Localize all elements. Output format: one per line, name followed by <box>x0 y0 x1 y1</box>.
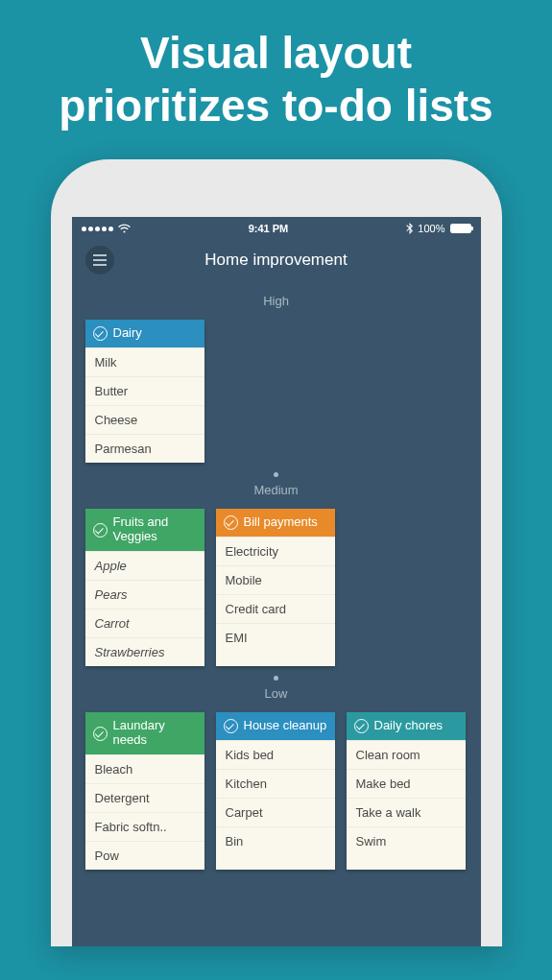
section-row-medium: Fruits and Veggies Apple Pears Carrot St… <box>85 509 468 666</box>
card-daily-chores[interactable]: Daily chores Clean room Make bed Take a … <box>347 712 466 870</box>
section-divider-dot <box>274 472 278 477</box>
list-item[interactable]: Detergent <box>85 783 204 812</box>
phone-screen: 9:41 PM 100% Home improvement High Dairy <box>72 217 481 946</box>
battery-percent: 100% <box>418 223 444 234</box>
card-header-fruits: Fruits and Veggies <box>85 509 204 551</box>
card-header-chores: Daily chores <box>347 712 466 740</box>
list-item[interactable]: Credit card <box>216 594 335 623</box>
status-bar: 9:41 PM 100% <box>72 217 481 238</box>
list-item[interactable]: Strawberries <box>85 637 204 666</box>
check-icon <box>354 719 369 733</box>
list-item[interactable]: Bleach <box>85 754 204 783</box>
list-item[interactable]: Pears <box>85 580 204 609</box>
list-item[interactable]: Swim <box>347 826 466 855</box>
card-title: House cleanup <box>244 719 327 733</box>
check-icon <box>224 719 238 733</box>
promo-heading: Visual layout prioritizes to-do lists <box>0 0 552 152</box>
list-item[interactable]: Carpet <box>216 798 335 826</box>
promo-line-2: prioritizes to-do lists <box>10 80 542 132</box>
nav-bar: Home improvement <box>72 238 481 288</box>
status-right: 100% <box>406 223 470 234</box>
card-title: Fruits and Veggies <box>113 515 197 544</box>
wifi-icon <box>118 224 131 233</box>
list-item[interactable]: Milk <box>85 347 204 376</box>
list-item[interactable]: Parmesan <box>85 434 204 463</box>
battery-icon <box>450 224 471 233</box>
section-row-high: Dairy Milk Butter Cheese Parmesan <box>85 320 468 463</box>
card-header-dairy: Dairy <box>85 320 204 347</box>
list-item[interactable]: Kitchen <box>216 769 335 798</box>
bluetooth-icon <box>406 223 413 234</box>
card-title: Daily chores <box>374 719 444 733</box>
list-item[interactable]: Cheese <box>85 405 204 434</box>
section-label-low: Low <box>85 686 468 701</box>
status-time: 9:41 PM <box>249 223 289 234</box>
check-icon <box>93 523 108 538</box>
card-header-laundry: Laundary needs <box>85 712 204 754</box>
list-item[interactable]: Pow <box>85 841 204 870</box>
signal-dots-icon <box>82 227 113 231</box>
check-icon <box>93 727 108 741</box>
card-fruits-veggies[interactable]: Fruits and Veggies Apple Pears Carrot St… <box>85 509 204 666</box>
card-header-cleanup: House cleanup <box>216 712 335 740</box>
card-title: Bill payments <box>244 515 318 530</box>
list-item[interactable]: Make bed <box>347 769 466 798</box>
list-item[interactable]: Mobile <box>216 565 335 594</box>
card-header-bills: Bill payments <box>216 509 335 537</box>
list-item[interactable]: Kids bed <box>216 740 335 769</box>
section-label-medium: Medium <box>85 483 468 497</box>
list-item[interactable]: Carrot <box>85 609 204 637</box>
card-bill-payments[interactable]: Bill payments Electricity Mobile Credit … <box>216 509 335 666</box>
card-title: Laundary needs <box>113 719 197 748</box>
list-item[interactable]: EMI <box>216 623 335 652</box>
list-item[interactable]: Fabric softn.. <box>85 812 204 841</box>
check-icon <box>93 326 108 341</box>
list-item[interactable]: Apple <box>85 551 204 580</box>
section-label-high: High <box>85 294 468 308</box>
list-item[interactable]: Electricity <box>216 537 335 565</box>
promo-line-1: Visual layout <box>10 27 542 80</box>
phone-frame: 9:41 PM 100% Home improvement High Dairy <box>51 159 502 946</box>
list-item[interactable]: Butter <box>85 376 204 405</box>
card-laundry-needs[interactable]: Laundary needs Bleach Detergent Fabric s… <box>85 712 204 870</box>
section-divider-dot <box>274 676 278 681</box>
list-item[interactable]: Clean room <box>347 740 466 769</box>
section-row-low: Laundary needs Bleach Detergent Fabric s… <box>85 712 468 870</box>
card-house-cleanup[interactable]: House cleanup Kids bed Kitchen Carpet Bi… <box>216 712 335 870</box>
card-title: Dairy <box>113 326 142 341</box>
page-title: Home improvement <box>72 251 481 270</box>
menu-button[interactable] <box>85 246 114 275</box>
check-icon <box>224 515 238 530</box>
content-area: High Dairy Milk Butter Cheese Parmesan M… <box>72 294 481 870</box>
card-dairy[interactable]: Dairy Milk Butter Cheese Parmesan <box>85 320 204 463</box>
list-item[interactable]: Take a walk <box>347 798 466 826</box>
list-item[interactable]: Bin <box>216 826 335 855</box>
status-left <box>82 224 131 233</box>
